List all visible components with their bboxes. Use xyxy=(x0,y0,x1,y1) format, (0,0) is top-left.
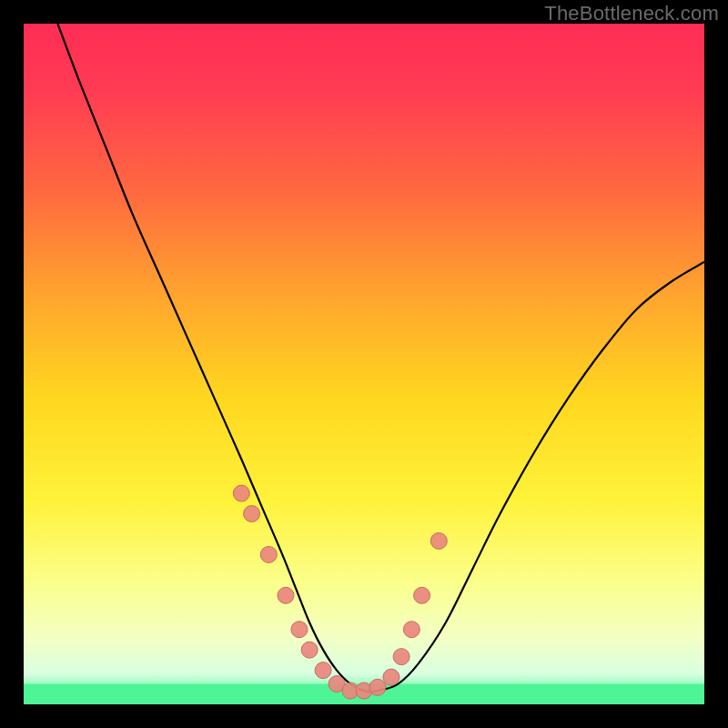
chart-frame: TheBottleneck.com xyxy=(0,0,728,728)
marker-point xyxy=(315,662,331,679)
marker-point xyxy=(278,587,294,603)
watermark-text: TheBottleneck.com xyxy=(544,2,719,25)
marker-point xyxy=(383,669,399,685)
marker-point xyxy=(291,622,308,638)
marker-point xyxy=(403,622,420,638)
marker-point xyxy=(369,679,386,695)
marker-point xyxy=(393,649,410,665)
gradient-background xyxy=(24,24,704,704)
bottleneck-chart xyxy=(24,24,704,704)
marker-point xyxy=(430,532,447,549)
marker-point xyxy=(244,506,260,522)
marker-point xyxy=(301,642,318,658)
marker-point xyxy=(414,587,430,603)
marker-point xyxy=(260,546,277,562)
plot-area xyxy=(24,24,704,704)
marker-point xyxy=(233,485,249,501)
